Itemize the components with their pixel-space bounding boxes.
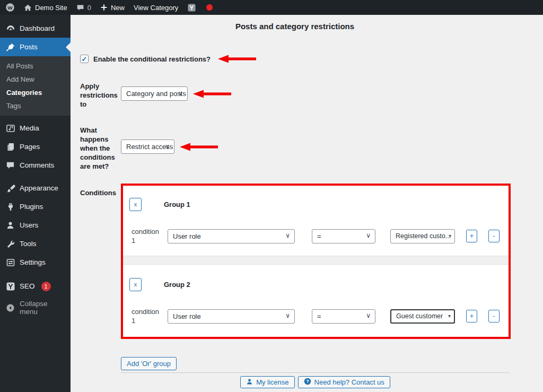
sidebar-item-seo[interactable]: SEO 1 xyxy=(0,277,71,295)
pages-icon xyxy=(5,142,15,152)
chevron-down-icon: ∨ xyxy=(285,312,290,319)
annotation-arrow-icon xyxy=(180,142,218,152)
chevron-down-icon: ∨ xyxy=(165,143,170,150)
comments-menu[interactable]: 0 xyxy=(76,4,91,12)
add-condition-button[interactable]: + xyxy=(466,310,477,323)
settings-icon xyxy=(5,257,15,267)
sidebar-item-label: Dashboard xyxy=(20,24,55,32)
chevron-down-icon: ∨ xyxy=(366,232,371,239)
chevron-down-icon: ▾ xyxy=(448,313,451,319)
yoast-seo-icon[interactable] xyxy=(187,3,196,12)
annotation-arrow-icon xyxy=(193,89,231,99)
conditions-annotation-box: x Group 1 condition 1 User role ∨ = ∨ Re… xyxy=(121,184,511,339)
notification-badge: 1 xyxy=(41,282,51,291)
condition-label: condition 1 xyxy=(132,307,161,325)
checkmark-icon: ✓ xyxy=(82,56,87,63)
media-icon xyxy=(5,123,15,133)
question-circle-icon: ? xyxy=(304,378,311,387)
chevron-down-icon: ∨ xyxy=(366,312,371,319)
sidebar-item-media[interactable]: Media xyxy=(0,119,71,137)
sidebar-item-categories[interactable]: Categories xyxy=(0,86,71,99)
site-name: Demo Site xyxy=(35,4,67,12)
new-label: New xyxy=(111,4,125,12)
remove-group-button[interactable]: x xyxy=(129,198,142,211)
sidebar-item-settings[interactable]: Settings xyxy=(0,253,71,272)
paintbrush-icon xyxy=(5,183,15,193)
sidebar-item-label: Plugins xyxy=(20,203,43,211)
sidebar-item-label: Appearance xyxy=(20,184,58,192)
condition-group-1: x Group 1 condition 1 User role ∨ = ∨ Re… xyxy=(123,186,509,256)
enable-restrictions-label: Enable the conditional restrictions? xyxy=(93,55,211,63)
remove-condition-button[interactable]: - xyxy=(488,230,500,242)
view-category-menu[interactable]: View Category xyxy=(134,4,178,12)
divider xyxy=(121,372,510,373)
wrench-icon xyxy=(5,239,15,249)
sidebar-item-label: Tools xyxy=(20,240,37,248)
apply-restrictions-select[interactable]: Category and posts ∨ xyxy=(121,86,188,101)
what-happens-label: What happens when the conditions are met… xyxy=(80,126,121,171)
condition-value-select[interactable]: Registered custo... ▾ xyxy=(390,229,455,243)
sidebar-item-posts[interactable]: Posts xyxy=(0,38,71,56)
condition-field-select[interactable]: User role ∨ xyxy=(168,229,295,243)
user-icon xyxy=(5,220,15,230)
sidebar: Dashboard Posts All Posts Add New Catego… xyxy=(0,15,71,392)
chevron-down-icon: ▾ xyxy=(449,233,451,239)
apply-restrictions-row: Apply restrictions to Category and posts… xyxy=(80,82,543,109)
site-name-menu[interactable]: Demo Site xyxy=(24,4,67,12)
conditions-label: Conditions xyxy=(80,188,121,197)
annotation-arrow-icon xyxy=(218,54,256,64)
home-icon xyxy=(24,4,32,12)
enable-restrictions-row: ✓ Enable the conditional restrictions? xyxy=(80,54,543,64)
remove-condition-button[interactable]: - xyxy=(488,310,500,323)
sidebar-item-all-posts[interactable]: All Posts xyxy=(0,59,71,73)
sidebar-item-pages[interactable]: Pages xyxy=(0,137,71,156)
collapse-arrow-icon xyxy=(5,303,15,313)
sidebar-item-plugins[interactable]: Plugins xyxy=(0,197,71,216)
user-icon xyxy=(246,378,253,387)
yoast-seo-icon xyxy=(5,281,15,291)
group-name: Group 2 xyxy=(164,281,190,289)
recording-indicator-icon xyxy=(206,4,213,11)
what-happens-select[interactable]: Restrict access ∨ xyxy=(121,140,174,154)
group-name: Group 1 xyxy=(164,201,190,208)
enable-restrictions-checkbox[interactable]: ✓ xyxy=(80,55,89,63)
svg-text:?: ? xyxy=(306,379,309,384)
add-condition-button[interactable]: + xyxy=(466,230,477,242)
comment-bubble-icon xyxy=(76,4,84,12)
contact-us-button[interactable]: ? Need help? Contact us xyxy=(298,376,390,388)
sidebar-item-label: Comments xyxy=(20,161,54,169)
add-or-group-button[interactable]: Add 'Or' group xyxy=(121,357,177,370)
sidebar-item-label: Pages xyxy=(20,143,40,151)
chevron-down-icon: ∨ xyxy=(285,232,290,239)
pushpin-icon xyxy=(5,42,15,52)
sidebar-item-tags[interactable]: Tags xyxy=(0,99,71,112)
sidebar-item-appearance[interactable]: Appearance xyxy=(0,179,71,197)
bottom-zone: Add 'Or' group My license ? Need help? C… xyxy=(121,339,510,392)
remove-group-button[interactable]: x xyxy=(129,278,142,291)
sidebar-item-comments[interactable]: Comments xyxy=(0,156,71,175)
sidebar-item-label: Settings xyxy=(20,258,46,266)
sidebar-item-add-new[interactable]: Add New xyxy=(0,73,71,86)
sidebar-item-dashboard[interactable]: Dashboard xyxy=(0,19,71,38)
new-content-menu[interactable]: New xyxy=(100,4,125,12)
condition-field-select[interactable]: User role ∨ xyxy=(168,309,295,324)
sidebar-item-label: Collapse menu xyxy=(20,300,65,316)
sidebar-item-tools[interactable]: Tools xyxy=(0,234,71,253)
wordpress-logo-icon[interactable]: W xyxy=(5,3,15,12)
comments-count: 0 xyxy=(87,4,91,12)
admin-bar: W Demo Site 0 New View Category xyxy=(0,0,543,15)
my-license-button[interactable]: My license xyxy=(240,376,294,388)
condition-operator-select[interactable]: = ∨ xyxy=(312,229,375,243)
sidebar-item-label: Users xyxy=(20,221,38,229)
what-happens-row: What happens when the conditions are met… xyxy=(80,126,543,171)
condition-label: condition 1 xyxy=(132,227,161,245)
condition-operator-select[interactable]: = ∨ xyxy=(312,309,375,324)
svg-text:W: W xyxy=(7,5,13,11)
conditions-row: Conditions x Group 1 condition 1 User ro… xyxy=(80,184,543,339)
comments-icon xyxy=(5,160,15,170)
condition-value-select[interactable]: Guest customer ▾ xyxy=(390,309,455,324)
apply-restrictions-label: Apply restrictions to xyxy=(80,82,121,109)
sidebar-item-collapse-menu[interactable]: Collapse menu xyxy=(0,295,71,320)
condition-group-2: x Group 2 condition 1 User role ∨ = ∨ Gu… xyxy=(123,265,509,337)
sidebar-item-users[interactable]: Users xyxy=(0,216,71,234)
